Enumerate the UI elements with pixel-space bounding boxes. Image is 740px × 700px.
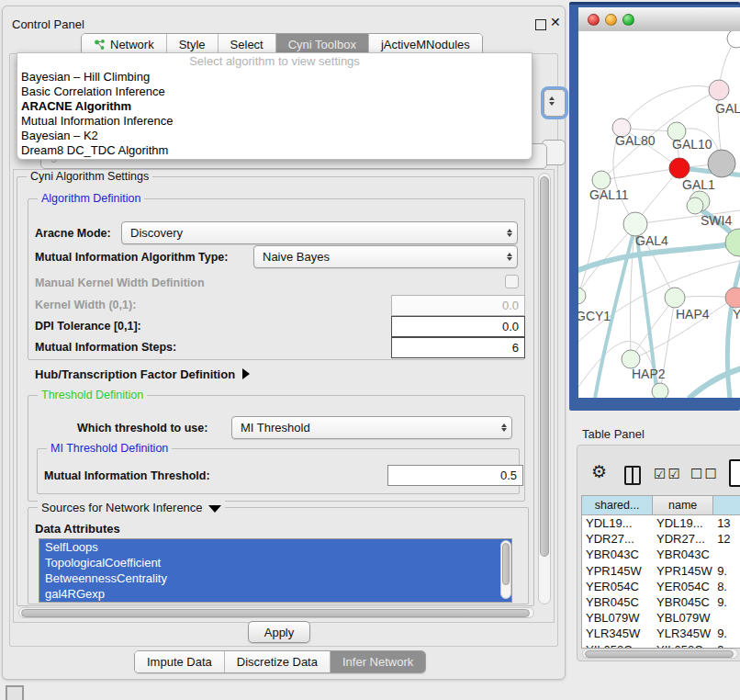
new-table-icon[interactable]: [729, 459, 740, 487]
node-hap2[interactable]: [622, 350, 640, 368]
table-row[interactable]: YPR145W YPR145W 9.: [582, 563, 740, 579]
aracne-mode-value: Discovery: [122, 226, 502, 240]
algorithm-option[interactable]: Basic Correlation Inference: [17, 85, 532, 99]
algorithm-option[interactable]: Bayesian – K2: [17, 129, 532, 143]
table-row[interactable]: YBR045C YBR045C 9.: [582, 594, 740, 610]
list-item[interactable]: SelfLoops: [39, 539, 511, 555]
kernel-width-field: 0.0: [391, 295, 525, 316]
column-header-partial[interactable]: [713, 496, 740, 515]
algorithm-definition-title: Algorithm Definition: [38, 192, 144, 205]
cell-value: 8.: [713, 579, 740, 594]
node-salmon[interactable]: [725, 288, 740, 308]
node-gal11[interactable]: [592, 171, 611, 189]
cyni-algorithm-settings-title: Cyni Algorithm Settings: [27, 170, 152, 183]
column-header-name[interactable]: name: [653, 496, 713, 515]
which-threshold-combo[interactable]: MI Threshold: [231, 416, 512, 439]
mi-threshold-field[interactable]: 0.5: [387, 465, 523, 486]
algorithm-option[interactable]: Bayesian – Hill Climbing: [17, 70, 532, 85]
cell-value: [713, 547, 740, 562]
node[interactable]: [727, 31, 740, 48]
algorithm-option-selected[interactable]: ARACNE Algorithm: [17, 99, 532, 114]
algorithm-option[interactable]: Mutual Information Inference: [17, 114, 532, 129]
tab-impute-data[interactable]: Impute Data: [135, 651, 225, 672]
close-icon[interactable]: ✕: [550, 15, 561, 29]
column-layout-icon[interactable]: [624, 466, 641, 485]
settings-vertical-scrollbar[interactable]: [538, 173, 551, 604]
table-row[interactable]: YDR27... YDR27... 12: [582, 531, 740, 547]
list-item[interactable]: gal4RGexp: [39, 586, 511, 602]
zoom-traffic-light-icon[interactable]: [622, 14, 634, 26]
apply-button[interactable]: Apply: [248, 621, 310, 643]
network-window-titlebar[interactable]: [578, 7, 740, 32]
cell-name: YIL052C: [653, 642, 713, 649]
mi-steps-field[interactable]: 6: [391, 337, 525, 358]
node-gray[interactable]: [708, 150, 735, 177]
minimize-traffic-light-icon[interactable]: [605, 14, 617, 26]
node-label: HAP2: [632, 367, 666, 381]
table-horizontal-scrollbar[interactable]: [582, 649, 738, 659]
close-traffic-light-icon[interactable]: [588, 14, 600, 26]
float-window-icon[interactable]: [535, 19, 546, 30]
select-all-checkboxes-icon[interactable]: ☑☑: [654, 466, 682, 482]
cell-value: 13: [713, 515, 740, 531]
table-row[interactable]: YIL052C YIL052C 9.: [582, 642, 740, 649]
table-header-row: shared... name: [582, 496, 740, 515]
algorithm-combo-focus-ring[interactable]: [544, 89, 566, 117]
table-row[interactable]: YBR043C YBR043C: [582, 547, 740, 562]
network-canvas[interactable]: GAL GAL80 GAL10 GAL1 GAL11 GAL4 SWI4 GCY…: [578, 31, 740, 398]
dpi-tolerance-field[interactable]: 0.0: [391, 316, 525, 337]
list-vertical-scrollbar[interactable]: [500, 540, 511, 599]
dpi-tolerance-label: DPI Tolerance [0,1]:: [35, 320, 141, 333]
node-gcy1[interactable]: [578, 288, 586, 304]
column-header-shared[interactable]: shared...: [582, 496, 653, 515]
data-attributes-list: SelfLoops TopologicalCoefficient Between…: [39, 538, 512, 603]
cell-shared: YDR27...: [582, 531, 653, 547]
mi-algorithm-type-combo[interactable]: Naive Bayes: [253, 245, 518, 268]
manual-kernel-label: Manual Kernel Width Definition: [35, 277, 205, 289]
aracne-mode-combo[interactable]: Discovery: [121, 221, 518, 244]
table-row[interactable]: YDL19... YDL19... 13: [582, 515, 740, 531]
sources-group-title[interactable]: Sources for Network Inference: [38, 501, 225, 514]
cell-shared: YBR045C: [582, 594, 653, 610]
tab-select-label: Select: [230, 38, 263, 51]
deselect-all-checkboxes-icon[interactable]: ☐☐: [690, 466, 719, 482]
node-hap4[interactable]: [665, 288, 685, 308]
hub-definition-toggle[interactable]: Hub/Transcription Factor Definition: [35, 367, 250, 381]
table-row[interactable]: YBL079W YBL079W: [582, 610, 740, 626]
node[interactable]: [652, 383, 668, 398]
tab-discretize-data[interactable]: Discretize Data: [225, 651, 331, 672]
screen: Control Panel ✕ Network Style Select Cyn…: [0, 0, 740, 700]
node-swi4[interactable]: [687, 198, 703, 214]
node-label: GAL4: [635, 233, 668, 248]
mi-steps-label: Mutual Information Steps:: [35, 341, 176, 354]
tab-network-label: Network: [110, 38, 154, 51]
tab-infer-network[interactable]: Infer Network: [331, 651, 425, 672]
table-panel-title: Table Panel: [582, 427, 645, 441]
node-label: GAL11: [589, 187, 629, 202]
list-item[interactable]: TopologicalCoefficient: [39, 555, 511, 570]
node-gal1-selected[interactable]: [669, 158, 690, 178]
cell-name: YDL19...: [653, 515, 713, 531]
mi-algorithm-type-label: Mutual Information Algorithm Type:: [35, 251, 228, 264]
cell-name: YBL079W: [653, 610, 713, 626]
list-item[interactable]: BetweennessCentrality: [39, 570, 511, 586]
minimized-panel-icon[interactable]: [6, 685, 24, 700]
cell-value: 9.: [713, 563, 740, 579]
control-panel-title: Control Panel: [12, 17, 84, 31]
mi-threshold-label: Mutual Information Threshold:: [44, 469, 210, 482]
cell-shared: YPR145W: [582, 563, 653, 579]
teal-edges: [578, 168, 740, 398]
gear-icon[interactable]: ⚙: [591, 461, 607, 482]
table-row[interactable]: YER054C YER054C 8.: [582, 579, 740, 594]
which-threshold-label: Which threshold to use:: [77, 422, 207, 435]
manual-kernel-checkbox[interactable]: [505, 275, 519, 288]
settings-horizontal-scrollbar[interactable]: [18, 607, 534, 618]
node-gal[interactable]: [709, 80, 729, 100]
table-row[interactable]: YLR345W YLR345W 9.: [582, 626, 740, 641]
cell-shared: YER054C: [582, 579, 653, 594]
kernel-width-label: Kernel Width (0,1):: [35, 299, 136, 311]
node-label: GAL1: [682, 177, 715, 192]
tab-jactivemnodules-label: jActiveMNodules: [381, 38, 470, 51]
cell-value: [713, 610, 740, 626]
algorithm-option[interactable]: Dream8 DC_TDC Algorithm: [17, 143, 532, 158]
